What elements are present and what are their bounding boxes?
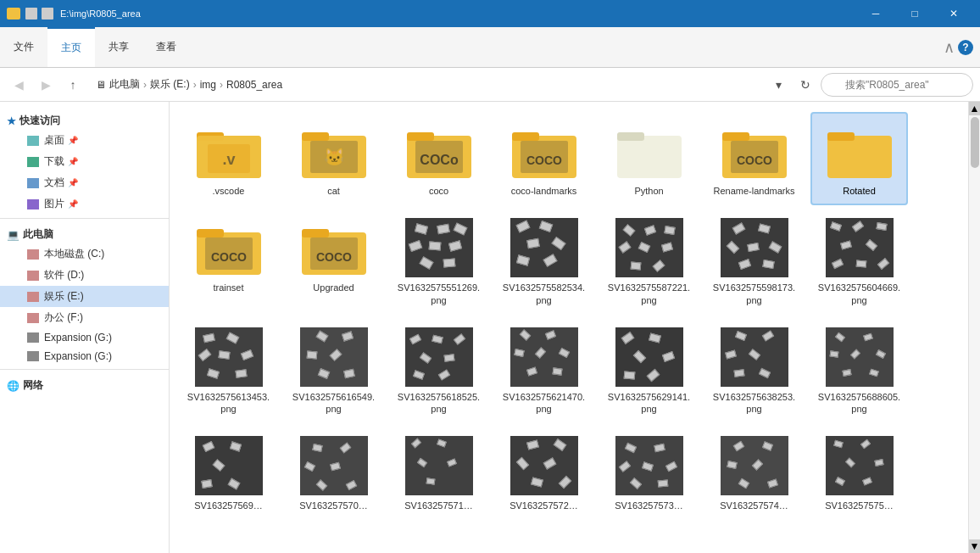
chip-canvas-17 bbox=[615, 436, 683, 495]
chip-canvas-18 bbox=[721, 436, 788, 495]
file-item-upgraded[interactable]: COCO Upgraded bbox=[285, 209, 382, 315]
file-item-vscode[interactable]: .v .vscode bbox=[180, 112, 277, 205]
file-item-img16[interactable]: SV163257572… bbox=[495, 427, 593, 520]
img-thumb-6 bbox=[195, 327, 263, 388]
drive-c-icon bbox=[27, 249, 39, 260]
svg-rect-24 bbox=[827, 132, 855, 141]
pictures-icon bbox=[27, 199, 39, 209]
sidebar-item-drive-f[interactable]: 办公 (F:) bbox=[0, 307, 169, 328]
help-icon[interactable]: ? bbox=[958, 40, 973, 55]
file-item-trainset[interactable]: COCO trainset bbox=[180, 209, 277, 315]
maximize-button[interactable]: □ bbox=[895, 0, 934, 27]
breadcrumb-item-1[interactable]: 此电脑 bbox=[109, 77, 140, 92]
file-item-img12[interactable]: SV1632575688605.png bbox=[810, 318, 908, 424]
tab-home[interactable]: 主页 bbox=[47, 27, 95, 67]
sidebar-item-documents[interactable]: 文档 📌 bbox=[0, 172, 169, 193]
nav-bar: ◀ ▶ ↑ 🖥 此电脑 › 娱乐 (E:) › img › R0805_area… bbox=[0, 68, 980, 102]
pin-icon-downloads: 📌 bbox=[68, 157, 78, 166]
search-input[interactable] bbox=[821, 73, 973, 97]
back-button[interactable]: ◀ bbox=[7, 73, 31, 97]
img-thumb-7 bbox=[300, 327, 368, 388]
file-label-coco-landmarks: coco-landmarks bbox=[511, 185, 577, 197]
chip-canvas-3 bbox=[615, 218, 683, 277]
close-button[interactable]: ✕ bbox=[934, 0, 973, 27]
folder-svg-coco: COCo bbox=[405, 120, 473, 182]
file-item-img6[interactable]: SV1632575613453.png bbox=[180, 318, 277, 424]
file-item-python[interactable]: Python bbox=[600, 112, 698, 205]
svg-rect-10 bbox=[407, 132, 434, 141]
up-button[interactable]: ↑ bbox=[61, 73, 85, 97]
tab-share[interactable]: 共享 bbox=[95, 27, 142, 67]
tab-file[interactable]: 文件 bbox=[0, 27, 47, 67]
sidebar-item-drive-d[interactable]: 软件 (D:) bbox=[0, 265, 169, 286]
file-item-img13[interactable]: SV163257569… bbox=[180, 427, 277, 520]
sidebar-item-drive-g2[interactable]: Expansion (G:) bbox=[0, 347, 169, 366]
img-thumb-8 bbox=[405, 327, 473, 388]
file-label-img17: SV163257573… bbox=[615, 500, 683, 511]
breadcrumb-dropdown-button[interactable]: ▾ bbox=[766, 73, 790, 97]
img-thumb-3 bbox=[615, 217, 683, 278]
documents-icon bbox=[27, 178, 39, 188]
folder-svg-python bbox=[615, 120, 683, 182]
chip-canvas-7 bbox=[300, 327, 368, 387]
file-item-img10[interactable]: SV1632575629141.png bbox=[600, 318, 698, 424]
file-item-img15[interactable]: SV163257571… bbox=[390, 427, 487, 520]
sidebar-item-desktop[interactable]: 桌面 📌 bbox=[0, 130, 169, 151]
file-item-img14[interactable]: SV163257570… bbox=[285, 427, 382, 520]
sidebar-item-downloads[interactable]: 下载 📌 bbox=[0, 151, 169, 172]
scroll-up-button[interactable]: ▲ bbox=[969, 102, 981, 115]
folder-icon-python bbox=[615, 120, 683, 182]
file-item-img3[interactable]: SV1632575587221.png bbox=[600, 209, 698, 315]
refresh-button[interactable]: ↻ bbox=[793, 73, 817, 97]
folder-icon-trainset: COCO bbox=[195, 217, 263, 278]
sidebar-item-drive-c[interactable]: 本地磁盘 (C:) bbox=[0, 243, 169, 265]
chip-canvas-19 bbox=[826, 436, 894, 495]
img-thumb-18 bbox=[721, 435, 788, 496]
file-item-coco-landmarks[interactable]: COCO coco-landmarks bbox=[495, 112, 593, 205]
file-item-img17[interactable]: SV163257573… bbox=[600, 427, 698, 520]
file-item-img4[interactable]: SV1632575598173.png bbox=[705, 209, 803, 315]
scrollbar[interactable]: ▲ ▼ bbox=[968, 102, 980, 553]
file-item-coco[interactable]: COCo coco bbox=[390, 112, 487, 205]
img-thumb-16 bbox=[510, 435, 578, 496]
file-item-img9[interactable]: SV1632575621470.png bbox=[495, 318, 593, 424]
sidebar: ★ 快速访问 桌面 📌 下载 📌 文档 📌 图片 📌 💻 此电脑 bbox=[0, 102, 170, 553]
file-item-img1[interactable]: SV1632575551269.png bbox=[390, 209, 487, 315]
scroll-thumb[interactable] bbox=[971, 117, 979, 168]
scroll-track[interactable] bbox=[969, 115, 981, 539]
file-item-rename-landmarks[interactable]: COCO Rename-landmarks bbox=[705, 112, 803, 205]
file-item-rotated[interactable]: Rotated bbox=[810, 112, 908, 205]
breadcrumb-item-2[interactable]: 娱乐 (E:) bbox=[150, 77, 190, 92]
sidebar-label-desktop: 桌面 bbox=[44, 133, 64, 148]
network-section: 🌐 网络 bbox=[0, 373, 169, 394]
save-icon-title bbox=[25, 8, 37, 20]
sidebar-item-drive-e[interactable]: 娱乐 (E:) bbox=[0, 286, 169, 307]
quick-access-label: 快速访问 bbox=[19, 114, 60, 128]
file-item-cat[interactable]: 🐱 cat bbox=[285, 112, 382, 205]
chip-canvas-16 bbox=[510, 436, 578, 495]
file-item-img8[interactable]: SV1632575618525.png bbox=[390, 318, 487, 424]
breadcrumb[interactable]: 🖥 此电脑 › 娱乐 (E:) › img › R0805_area bbox=[88, 73, 761, 97]
img-thumb-10 bbox=[615, 327, 683, 388]
scroll-down-button[interactable]: ▼ bbox=[969, 539, 981, 553]
sidebar-item-drive-g1[interactable]: Expansion (G:) bbox=[0, 328, 169, 347]
breadcrumb-item-4[interactable]: R0805_area bbox=[226, 79, 282, 91]
file-item-img5[interactable]: SV1632575604669.png bbox=[810, 209, 908, 315]
file-item-img7[interactable]: SV1632575616549.png bbox=[285, 318, 382, 424]
file-label-img19: SV163257575… bbox=[825, 500, 894, 511]
file-label-trainset: trainset bbox=[213, 282, 243, 293]
file-item-img2[interactable]: SV1632575582534.png bbox=[495, 209, 593, 315]
folder-svg-coco-landmarks: COCO bbox=[510, 120, 578, 182]
forward-button[interactable]: ▶ bbox=[34, 73, 58, 97]
minimize-button[interactable]: ─ bbox=[856, 0, 895, 27]
file-item-img19[interactable]: SV163257575… bbox=[810, 427, 908, 520]
file-item-img18[interactable]: SV163257574… bbox=[705, 427, 803, 520]
breadcrumb-sep-3: › bbox=[220, 79, 223, 91]
sidebar-label-pictures: 图片 bbox=[44, 197, 64, 211]
quick-access-section: ★ 快速访问 bbox=[0, 109, 169, 130]
ribbon-collapse-icon[interactable]: ∧ bbox=[944, 38, 955, 57]
tab-view[interactable]: 查看 bbox=[142, 27, 190, 67]
sidebar-item-pictures[interactable]: 图片 📌 bbox=[0, 193, 169, 215]
breadcrumb-item-3[interactable]: img bbox=[200, 79, 216, 91]
file-item-img11[interactable]: SV1632575638253.png bbox=[705, 318, 803, 424]
